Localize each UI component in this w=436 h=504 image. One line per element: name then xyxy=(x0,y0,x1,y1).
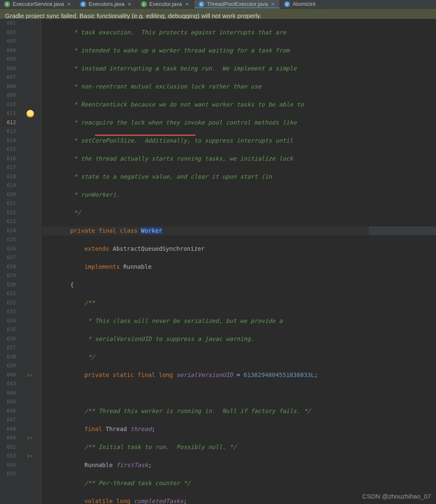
code-editor[interactable]: 6016026036046056066076086096106116126136… xyxy=(0,19,436,504)
class-icon: C xyxy=(80,1,86,7)
annotation-underline xyxy=(95,135,196,136)
class-icon: C xyxy=(198,1,204,7)
tab-label: AtomicInt xyxy=(292,1,315,7)
tab-executorservice[interactable]: I ExecutorService.java × xyxy=(0,0,76,8)
gradle-sync-warning[interactable]: Gradle project sync failed. Basic functi… xyxy=(0,9,436,19)
tab-executors[interactable]: C Executors.java × xyxy=(76,0,136,8)
line-number-gutter: 6016026036046056066076086096106116126136… xyxy=(0,19,19,504)
tab-label: ExecutorService.java xyxy=(13,1,64,7)
class-icon: C xyxy=(284,1,290,7)
code-area[interactable]: * task execution. This protects against … xyxy=(41,19,436,504)
intention-bulb-icon[interactable] xyxy=(19,109,41,118)
interface-icon: I xyxy=(4,1,10,7)
override-gutter-icon[interactable]: o xyxy=(19,434,41,443)
tab-executor[interactable]: I Executor.java × xyxy=(137,0,194,8)
editor-tabs: I ExecutorService.java × C Executors.jav… xyxy=(0,0,436,9)
tab-label: ThreadPoolExecutor.java xyxy=(207,1,268,7)
tab-label: Executor.java xyxy=(149,1,182,7)
override-gutter-icon[interactable]: o xyxy=(19,452,41,461)
override-gutter-icon[interactable]: o xyxy=(19,371,41,380)
close-icon[interactable]: × xyxy=(127,1,132,7)
tab-atomicint[interactable]: C AtomicInt xyxy=(280,0,320,8)
tab-threadpoolexecutor[interactable]: C ThreadPoolExecutor.java × xyxy=(194,0,280,8)
gutter-icons: ooo xyxy=(19,19,41,504)
tab-label: Executors.java xyxy=(89,1,124,7)
close-icon[interactable]: × xyxy=(66,1,71,7)
close-icon[interactable]: × xyxy=(185,1,190,7)
ide-root: I ExecutorService.java × C Executors.jav… xyxy=(0,0,436,504)
interface-icon: I xyxy=(141,1,147,7)
close-icon[interactable]: × xyxy=(270,1,275,7)
